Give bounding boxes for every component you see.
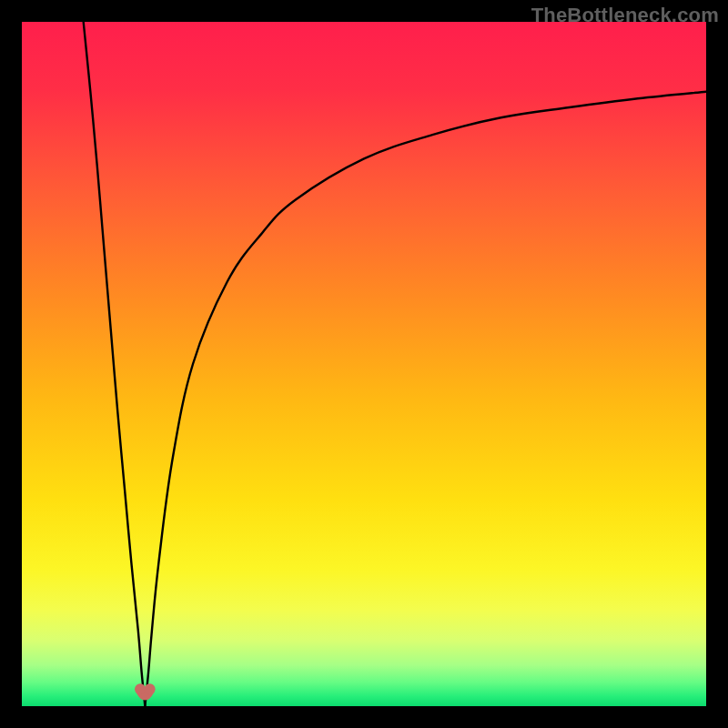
minimum-marker-dot (145, 683, 156, 694)
watermark-text: TheBottleneck.com (531, 4, 719, 27)
gradient-background (22, 22, 706, 706)
bottleneck-chart (22, 22, 706, 706)
minimum-marker-dot (135, 683, 146, 694)
chart-frame: TheBottleneck.com (0, 0, 728, 728)
